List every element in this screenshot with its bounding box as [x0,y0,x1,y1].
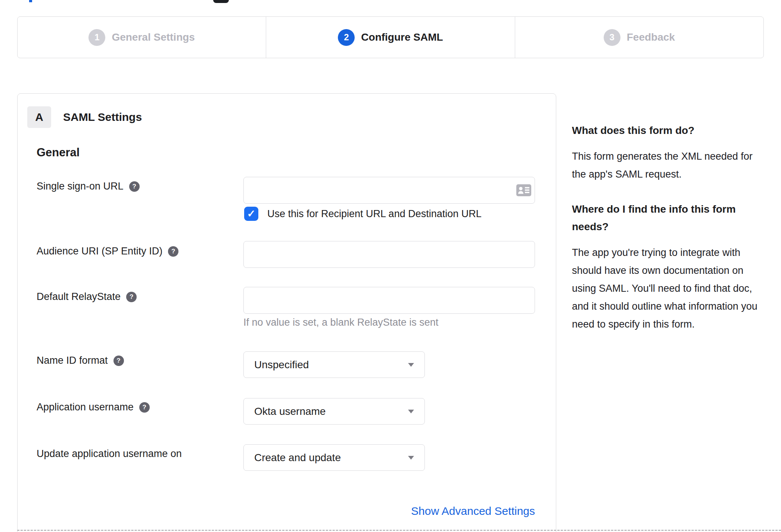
recipient-url-checkbox[interactable]: ✓ [244,207,258,221]
application-username-label: Application username [37,401,134,413]
sso-recipient-checkbox-row: ✓ Use this for Recipient URL and Destina… [244,207,482,221]
step-configure-saml[interactable]: 2 Configure SAML [266,17,514,58]
chevron-down-icon [408,410,414,413]
update-username-label-row: Update application username on [37,448,182,460]
chevron-down-icon [408,363,414,367]
header-fragment-dark [213,0,229,3]
default-relaystate-label-row: Default RelayState ? [37,291,137,303]
help-icon[interactable]: ? [126,292,137,302]
default-relaystate-label: Default RelayState [37,291,121,303]
name-id-format-select[interactable]: Unspecified [243,351,425,378]
recipient-url-checkbox-label: Use this for Recipient URL and Destinati… [267,208,482,220]
help-heading-what: What does this form do? [572,122,765,139]
wizard-stepper: 1 General Settings 2 Configure SAML 3 Fe… [17,16,764,58]
application-username-value: Okta username [254,406,326,417]
step-general-settings[interactable]: 1 General Settings [18,17,266,58]
update-username-label: Update application username on [37,448,182,460]
dashed-divider [17,530,781,531]
step-feedback[interactable]: 3 Feedback [515,17,763,58]
help-icon[interactable]: ? [139,402,150,413]
help-body-what: This form generates the XML needed for t… [572,147,765,183]
audience-uri-input[interactable] [243,241,535,268]
relaystate-hint: If no value is set, a blank RelayState i… [243,317,438,328]
default-relaystate-input[interactable] [243,287,535,314]
checkmark-icon: ✓ [247,208,256,220]
step-label: Configure SAML [361,31,443,43]
step-label: Feedback [627,31,675,43]
name-id-format-value: Unspecified [254,359,309,371]
sso-url-input[interactable] [243,177,535,204]
panel-title: SAML Settings [63,111,142,123]
saml-settings-panel: A SAML Settings General Single sign-on U… [17,93,556,532]
help-body-where: The app you're trying to integrate with … [572,244,765,333]
help-icon[interactable]: ? [168,246,178,257]
step-number-badge: 2 [338,29,355,46]
general-section-title: General [37,146,80,159]
sso-url-label: Single sign-on URL [37,181,124,192]
sso-url-label-row: Single sign-on URL ? [37,181,140,192]
application-username-label-row: Application username ? [37,401,150,413]
chevron-down-icon [408,456,414,460]
update-username-select[interactable]: Create and update [243,444,425,471]
help-heading-where: Where do I find the info this form needs… [572,200,765,235]
update-username-value: Create and update [254,452,341,464]
section-a-badge: A [27,106,51,128]
application-username-select[interactable]: Okta username [243,398,425,425]
audience-uri-label-row: Audience URI (SP Entity ID) ? [37,245,178,257]
help-sidebar: What does this form do? This form genera… [572,122,765,350]
help-icon[interactable]: ? [129,181,140,192]
step-number-badge: 1 [88,29,105,46]
step-number-badge: 3 [604,29,620,46]
name-id-format-label: Name ID format [37,355,108,366]
audience-uri-label: Audience URI (SP Entity ID) [37,245,162,257]
show-advanced-settings-link[interactable]: Show Advanced Settings [411,505,535,517]
name-id-format-label-row: Name ID format ? [37,355,124,366]
step-label: General Settings [112,31,195,43]
help-icon[interactable]: ? [113,356,124,366]
header-fragment-blue [29,0,32,2]
